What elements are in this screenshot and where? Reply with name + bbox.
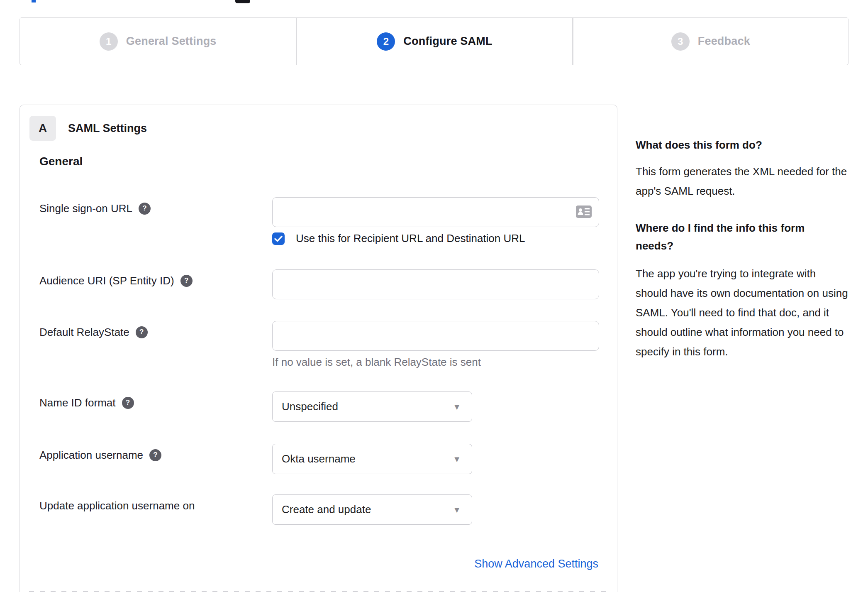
chevron-down-icon: ▼ <box>453 506 461 514</box>
section-letter-badge: A <box>29 116 56 141</box>
audience-uri-label: Audience URI (SP Entity ID) ? <box>39 274 193 288</box>
sidebar-body-where: The app you're trying to integrate with … <box>636 264 848 362</box>
checkmark-icon <box>274 235 283 242</box>
step-3-circle: 3 <box>671 32 690 51</box>
default-relaystate-label: Default RelayState ? <box>39 325 148 339</box>
step-1-label: General Settings <box>126 35 217 48</box>
sso-url-input[interactable] <box>272 197 599 227</box>
clipped-blue-fragment <box>32 0 36 2</box>
sso-url-help-icon[interactable]: ? <box>139 203 151 215</box>
sidebar-heading-where: Where do I find the info this form needs… <box>636 219 831 255</box>
update-app-username-label: Update application username on <box>39 499 195 513</box>
recipient-url-checkbox-row: Use this for Recipient URL and Destinati… <box>272 232 525 245</box>
sso-url-label: Single sign-on URL ? <box>39 201 151 215</box>
recipient-url-checkbox-label: Use this for Recipient URL and Destinati… <box>296 232 525 245</box>
saml-settings-panel: A SAML Settings General Single sign-on U… <box>20 105 617 592</box>
wizard-stepper: 1 General Settings 2 Configure SAML 3 Fe… <box>20 17 848 65</box>
step-feedback[interactable]: 3 Feedback <box>572 18 848 65</box>
application-username-select[interactable]: Okta username ▼ <box>272 444 472 474</box>
audience-uri-input[interactable] <box>272 269 599 299</box>
step-1-circle: 1 <box>100 32 118 51</box>
help-sidebar: What does this form do? This form genera… <box>636 136 848 362</box>
relaystate-hint: If no value is set, a blank RelayState i… <box>272 356 481 369</box>
audience-uri-help-icon[interactable]: ? <box>180 275 193 287</box>
step-2-label: Configure SAML <box>403 35 492 48</box>
recipient-url-checkbox[interactable] <box>272 232 285 245</box>
default-relaystate-input[interactable] <box>272 321 599 351</box>
default-relaystate-help-icon[interactable]: ? <box>136 326 148 338</box>
step-3-label: Feedback <box>698 35 750 48</box>
clipped-black-fragment <box>235 0 250 3</box>
show-advanced-settings-link[interactable]: Show Advanced Settings <box>474 558 598 570</box>
application-username-label: Application username ? <box>39 448 161 462</box>
panel-header: A SAML Settings <box>29 116 147 141</box>
chevron-down-icon: ▼ <box>453 403 461 411</box>
name-id-format-select[interactable]: Unspecified ▼ <box>272 391 472 422</box>
step-configure-saml[interactable]: 2 Configure SAML <box>296 18 572 65</box>
sidebar-heading-what: What does this form do? <box>636 136 831 154</box>
chevron-down-icon: ▼ <box>453 455 461 463</box>
step-general-settings[interactable]: 1 General Settings <box>20 18 296 65</box>
update-app-username-select[interactable]: Create and update ▼ <box>272 494 472 525</box>
section-title: SAML Settings <box>68 122 147 135</box>
name-id-format-help-icon[interactable]: ? <box>122 397 134 409</box>
step-2-circle: 2 <box>377 32 395 51</box>
name-id-format-label: Name ID format ? <box>39 396 134 410</box>
general-group-heading: General <box>39 155 83 168</box>
application-username-help-icon[interactable]: ? <box>149 449 161 461</box>
sidebar-body-what: This form generates the XML needed for t… <box>636 162 848 201</box>
